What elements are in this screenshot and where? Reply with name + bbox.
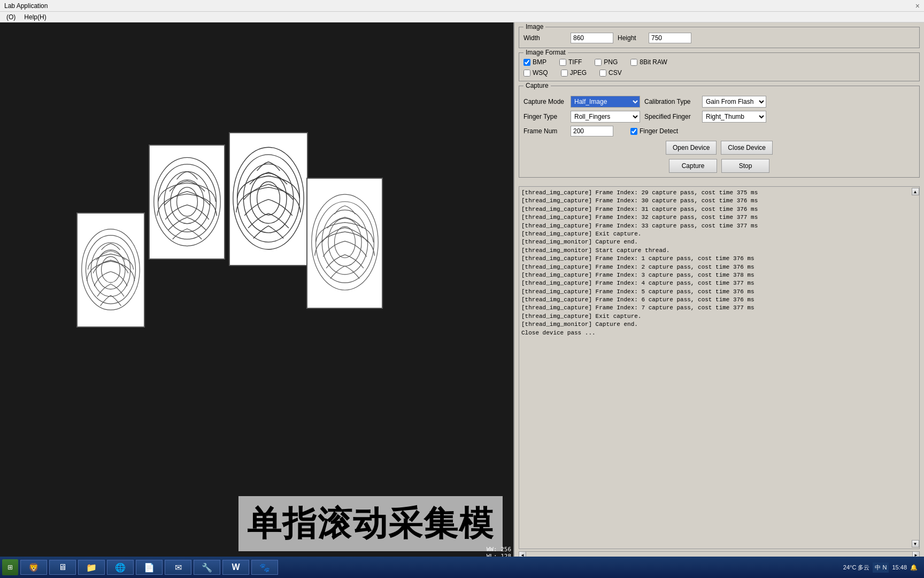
finger-type-select[interactable]: Roll_Fingers Flat_Fingers All_Fingers — [571, 111, 640, 123]
log-line: [thread_img_capture] Frame Index: 4 capt… — [521, 279, 909, 287]
log-line: [thread_img_capture] Frame Index: 3 capt… — [521, 271, 909, 279]
bmp-label: BMP — [533, 58, 546, 66]
start-button[interactable]: ⊞ — [2, 559, 18, 575]
taskbar-app-7[interactable]: 🔧 — [194, 560, 220, 575]
fingerprint-4 — [306, 178, 383, 309]
app-title: Lab Application — [4, 2, 48, 10]
rawbit-label: 8Bit RAW — [640, 58, 667, 66]
log-line: [thread_img_capture] Exit capture. — [521, 230, 909, 238]
rawbit-checkbox[interactable] — [630, 59, 637, 66]
capture-mode-label: Capture Mode — [523, 98, 566, 105]
jpeg-checkbox-label[interactable]: JPEG — [561, 69, 587, 77]
bmp-checkbox[interactable] — [523, 59, 530, 66]
taskbar-app-9[interactable]: 🐾 — [251, 560, 278, 575]
log-scrollbar[interactable]: ▲ ▼ — [911, 186, 920, 549]
taskbar-notif[interactable]: 🔔 — [910, 564, 918, 571]
format-row-1: BMP TIFF PNG 8Bit RAW — [523, 58, 915, 66]
capture-mode-select[interactable]: Half_Image Full_Image Roll_Image — [571, 96, 640, 108]
main-container: 单指滚动采集模 WW: 256 WL: 128 Image Width Heig… — [0, 22, 924, 562]
close-button[interactable]: × — [915, 2, 920, 10]
taskbar-app-8[interactable]: W — [222, 560, 249, 575]
jpeg-label: JPEG — [570, 69, 587, 77]
width-input[interactable] — [571, 33, 613, 43]
menu-bar: (O) Help(H) — [0, 12, 924, 22]
log-line: [thread_img_monitor] Start capture threa… — [521, 247, 909, 255]
capture-mode-row: Capture Mode Half_Image Full_Image Roll_… — [523, 96, 915, 108]
fingerprint-2 — [149, 144, 225, 260]
right-panel: Image Width Height Image Format BMP — [513, 22, 924, 562]
capture-group: Capture Capture Mode Half_Image Full_Ima… — [519, 86, 920, 178]
image-group-title: Image — [523, 23, 545, 31]
tiff-checkbox[interactable] — [559, 59, 566, 66]
close-device-button[interactable]: Close Device — [721, 141, 773, 155]
taskbar-app-2[interactable]: 🖥 — [49, 560, 76, 575]
taskbar-app-1[interactable]: 🦁 — [20, 560, 47, 575]
taskbar-right: 24°C 多云 中 N 15:48 🔔 — [843, 562, 922, 573]
menu-item-help[interactable]: Help(H) — [20, 13, 50, 21]
tiff-checkbox-label[interactable]: TIFF — [559, 58, 582, 66]
log-line: [thread_img_monitor] Capture end. — [521, 238, 909, 246]
image-group: Image Width Height — [519, 27, 920, 48]
svg-rect-12 — [230, 133, 307, 263]
specified-finger-select[interactable]: Right_Thumb Right_Index Left_Thumb — [702, 111, 766, 123]
csv-checkbox-label[interactable]: CSV — [599, 69, 622, 77]
start-icon: ⊞ — [7, 564, 13, 571]
csv-checkbox[interactable] — [599, 70, 606, 77]
log-line: Close device pass ... — [521, 329, 909, 337]
wsq-checkbox-label[interactable]: WSQ — [523, 69, 548, 77]
capture-button[interactable]: Capture — [669, 159, 717, 173]
taskbar-icon-5: 📄 — [144, 562, 155, 573]
jpeg-checkbox[interactable] — [561, 70, 568, 77]
canvas-area: 单指滚动采集模 WW: 256 WL: 128 — [0, 22, 513, 562]
taskbar-app-5[interactable]: 📄 — [136, 560, 163, 575]
png-checkbox-label[interactable]: PNG — [595, 58, 618, 66]
capture-group-title: Capture — [523, 82, 551, 89]
fingerprint-svg-3 — [230, 133, 307, 263]
frame-num-input[interactable] — [571, 126, 613, 136]
height-label: Height — [618, 34, 644, 42]
taskbar-icon-7: 🔧 — [202, 562, 212, 573]
fingerprint-1 — [76, 212, 145, 328]
settings-panel: Image Width Height Image Format BMP — [514, 22, 924, 186]
taskbar-icon-8: W — [232, 562, 240, 572]
bmp-checkbox-label[interactable]: BMP — [523, 58, 546, 66]
fingerprint-3 — [229, 132, 308, 266]
scroll-track — [912, 195, 919, 540]
wsq-checkbox[interactable] — [523, 70, 530, 77]
calibration-type-select[interactable]: Gain From Flash — [702, 96, 766, 108]
log-line: [thread_img_capture] Frame Index: 32 cap… — [521, 214, 909, 222]
stop-button[interactable]: Stop — [721, 159, 769, 173]
taskbar-temp: 24°C 多云 — [843, 564, 870, 572]
title-bar: Lab Application × — [0, 0, 924, 12]
taskbar: ⊞ 🦁 🖥 📁 🌐 📄 ✉ 🔧 W 🐾 24°C 多云 中 N 15:48 🔔 — [0, 557, 924, 578]
svg-rect-6 — [150, 146, 224, 257]
fingerprint-svg-4 — [307, 179, 382, 306]
rawbit-checkbox-label[interactable]: 8Bit RAW — [630, 58, 667, 66]
taskbar-app-3[interactable]: 📁 — [78, 560, 105, 575]
taskbar-app-6[interactable]: ✉ — [165, 560, 191, 575]
taskbar-icon-3: 📁 — [86, 562, 97, 573]
width-label: Width — [523, 34, 566, 42]
taskbar-app-4[interactable]: 🌐 — [107, 560, 134, 575]
format-row-2: WSQ JPEG CSV — [523, 69, 915, 77]
log-line: [thread_img_capture] Frame Index: 6 capt… — [521, 296, 909, 304]
fingerprint-svg-1 — [78, 214, 144, 325]
log-line: [thread_img_capture] Frame Index: 2 capt… — [521, 263, 909, 271]
log-line: [thread_img_capture] Frame Index: 30 cap… — [521, 197, 909, 205]
taskbar-icon-6: ✉ — [175, 562, 182, 573]
finger-type-label: Finger Type — [523, 113, 566, 120]
height-input[interactable] — [649, 33, 691, 43]
png-checkbox[interactable] — [595, 59, 602, 66]
scroll-down-button[interactable]: ▼ — [912, 540, 919, 547]
taskbar-icon-4: 🌐 — [115, 562, 126, 573]
log-line: [thread_img_capture] Frame Index: 7 capt… — [521, 304, 909, 312]
log-line: [thread_img_capture] Frame Index: 31 cap… — [521, 206, 909, 214]
finger-detect-checkbox[interactable] — [630, 128, 637, 135]
finger-type-row: Finger Type Roll_Fingers Flat_Fingers Al… — [523, 111, 915, 123]
open-device-button[interactable]: Open Device — [666, 141, 717, 155]
menu-item-o[interactable]: (O) — [2, 13, 20, 21]
finger-detect-checkbox-label[interactable]: Finger Detect — [630, 127, 678, 135]
image-format-group: Image Format BMP TIFF PNG — [519, 52, 920, 81]
wsq-label: WSQ — [533, 69, 548, 77]
scroll-up-button[interactable]: ▲ — [912, 188, 919, 195]
